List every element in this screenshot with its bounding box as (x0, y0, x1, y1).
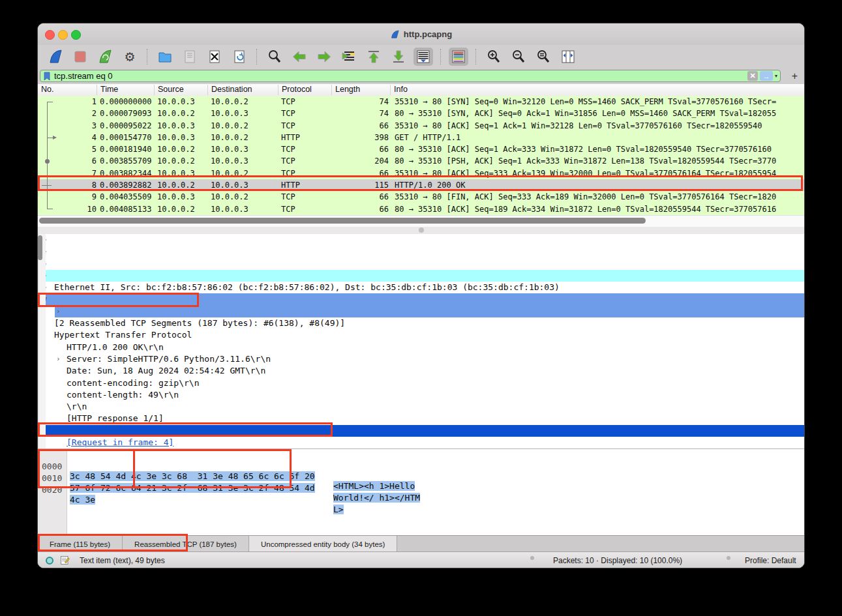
packet-destination: 10.0.0.3 (211, 156, 248, 166)
packet-row[interactable]: 7 0.003882344 10.0.0.3 10.0.0.2 TCP 66 3… (38, 168, 804, 179)
filter-apply-icon[interactable]: → (760, 71, 773, 81)
byte-view-tab[interactable]: Frame (115 bytes) (38, 536, 123, 552)
expander-icon[interactable]: › (56, 306, 61, 317)
hex-row[interactable]: 0010 57 6f 72 6c 64 21 3c 2f 68 31 3e 3c… (38, 463, 804, 475)
go-forward-icon[interactable] (314, 48, 334, 66)
wireshark-start-capture-icon[interactable] (46, 48, 65, 66)
restart-capture-icon[interactable] (95, 48, 115, 66)
expander-icon[interactable]: › (56, 353, 61, 365)
detail-row[interactable]: › Transmission Control Protocol, Src Por… (38, 270, 804, 282)
detail-row[interactable]: Content-encoded entity body (gzip): 49 b… (38, 425, 804, 437)
hex-row[interactable]: 0000 3c 48 54 4d 4c 3e 3c 68 31 3e 48 65… (38, 452, 804, 463)
packet-time: 0.003892882 (100, 181, 151, 190)
detail-row[interactable]: › Frame 8: 115 bytes on wire (920 bits),… (38, 234, 804, 246)
packet-row[interactable]: 3 0.000095022 10.0.0.3 10.0.0.2 TCP 66 3… (38, 120, 804, 132)
toolbar-separator (256, 49, 258, 65)
detail-row[interactable]: › Ethernet II, Src: bc:f2:b8:57:86:02 (b… (38, 246, 804, 257)
column-header-time[interactable]: Time (97, 85, 118, 95)
reload-file-icon[interactable] (230, 48, 249, 66)
packet-list-hscrollbar[interactable] (38, 215, 804, 227)
packet-no: 9 (51, 192, 97, 201)
filter-add-button[interactable]: + (792, 70, 798, 82)
zoom-out-icon[interactable] (509, 48, 528, 66)
auto-scroll-icon[interactable] (413, 48, 433, 66)
splitter-handle[interactable] (419, 227, 424, 233)
packet-row[interactable]: 9 0.004035509 10.0.0.3 10.0.0.2 TCP 66 3… (38, 191, 804, 203)
column-header-source[interactable]: Source (154, 85, 184, 95)
status-selected-item: Text item (text), 49 bytes (80, 556, 165, 565)
detail-row[interactable]: [Request URI: http://10.0.0.2/] (38, 413, 804, 424)
hex-ascii[interactable]: L> (333, 505, 344, 514)
column-header-info[interactable]: Info (390, 85, 408, 95)
hex-ascii[interactable]: World!</ h1></HTM (333, 493, 420, 503)
packet-length: 66 (318, 192, 389, 201)
capture-comment-icon[interactable] (60, 555, 70, 567)
hscrollbar-thumb[interactable] (39, 218, 646, 224)
packet-length: 74 (318, 109, 389, 118)
byte-view-tab-label: Uncompressed entity body (34 bytes) (261, 540, 385, 548)
detail-row[interactable]: ∨ Hypertext Transfer Protocol (38, 293, 804, 305)
packet-row[interactable]: 4 0.000154770 10.0.0.3 10.0.0.2 HTTP 398… (38, 132, 804, 143)
packet-length: 66 (318, 169, 389, 178)
filter-clear-icon[interactable]: ✕ (747, 71, 758, 81)
go-to-packet-icon[interactable] (339, 48, 359, 66)
detail-row[interactable]: [Time since request: 0.003738112 seconds… (38, 389, 804, 401)
detail-row[interactable]: › HTTP/1.0 200 OK\r\n (38, 306, 804, 317)
zoom-in-icon[interactable] (484, 48, 504, 66)
packet-no: 8 (51, 181, 97, 190)
packet-time: 0.000079093 (100, 109, 151, 118)
detail-row[interactable]: [HTTP response 1/1] (38, 377, 804, 389)
wireshark-window: http.pcapng ⚙ (37, 23, 805, 568)
detail-row[interactable]: Server: SimpleHTTP/0.6 Python/3.11.6\r\n (38, 317, 804, 329)
packet-source: 10.0.0.3 (157, 133, 195, 142)
resize-columns-icon[interactable] (558, 48, 578, 66)
packet-time: 0.003882344 (100, 169, 151, 178)
find-packet-icon[interactable] (265, 48, 284, 66)
detail-row[interactable]: File Data: 34 bytes (38, 437, 804, 448)
capture-options-icon[interactable]: ⚙ (120, 48, 140, 66)
close-file-icon[interactable] (205, 48, 224, 66)
packet-row[interactable]: 6 0.003855709 10.0.0.2 10.0.0.3 TCP 204 … (38, 155, 804, 167)
details-vscrollbar-thumb[interactable] (38, 235, 42, 260)
byte-view-tab[interactable]: Reassembled TCP (187 bytes) (123, 536, 249, 552)
hex-bytes[interactable]: 4c 3e (70, 495, 95, 505)
column-header-protocol[interactable]: Protocol (278, 85, 312, 95)
display-filter-input[interactable]: tcp.stream eq 0 ✕ → ▾ (40, 70, 781, 82)
save-file-icon[interactable] (180, 48, 200, 66)
packet-row[interactable]: 10 0.004085133 10.0.0.2 10.0.0.3 TCP 66 … (38, 203, 804, 215)
detail-row[interactable]: \r\n (38, 365, 804, 377)
packet-time: 0.000000000 (100, 97, 151, 106)
open-file-icon[interactable] (155, 48, 175, 66)
detail-row[interactable]: content-encoding: gzip\r\n (38, 342, 804, 353)
zoom-reset-icon[interactable] (534, 48, 553, 66)
detail-row[interactable]: › Internet Protocol Version 4, Src: 10.0… (38, 258, 804, 270)
detail-row[interactable]: › [2 Reassembled TCP Segments (187 bytes… (38, 282, 804, 293)
detail-row[interactable]: Date: Sun, 18 Aug 2024 02:54:42 GMT\r\n (38, 329, 804, 341)
go-back-icon[interactable] (290, 48, 309, 66)
hex-row[interactable]: 0020 4c 3e L> (38, 475, 804, 487)
title-bar[interactable]: http.pcapng (38, 23, 804, 46)
filter-dropdown-icon[interactable]: ▾ (775, 73, 777, 79)
stop-capture-icon[interactable] (70, 48, 90, 66)
packet-row[interactable]: 5 0.000181940 10.0.0.2 10.0.0.3 TCP 66 8… (38, 143, 804, 155)
detail-row[interactable]: [Request in frame: 4] (38, 401, 804, 413)
colorize-icon[interactable] (449, 48, 468, 66)
packet-row[interactable]: 1 0.000000000 10.0.0.3 10.0.0.2 TCP 74 3… (38, 96, 804, 108)
packet-protocol: TCP (281, 109, 295, 118)
go-top-icon[interactable] (364, 48, 383, 66)
packet-row[interactable]: 2 0.000079093 10.0.0.2 10.0.0.3 TCP 74 8… (38, 108, 804, 119)
packet-protocol: TCP (281, 205, 295, 214)
details-vscrollbar[interactable] (38, 234, 46, 448)
packet-row[interactable]: 8 0.003892882 10.0.0.2 10.0.0.3 HTTP 115… (38, 179, 804, 191)
filter-bookmark-icon[interactable] (43, 72, 51, 81)
detail-row[interactable]: › content-length: 49\r\n (38, 353, 804, 365)
packet-protocol: TCP (281, 156, 295, 166)
column-header-length[interactable]: Length (331, 85, 360, 95)
status-profile[interactable]: Profile: Default (745, 556, 796, 565)
packet-source: 10.0.0.2 (157, 181, 195, 190)
byte-view-tab[interactable]: Uncompressed entity body (34 bytes) (249, 536, 397, 552)
expert-info-icon[interactable] (46, 557, 53, 565)
column-header-destination[interactable]: Destination (207, 85, 252, 95)
go-bottom-icon[interactable] (389, 48, 408, 66)
column-header-no[interactable]: No. (38, 85, 53, 95)
